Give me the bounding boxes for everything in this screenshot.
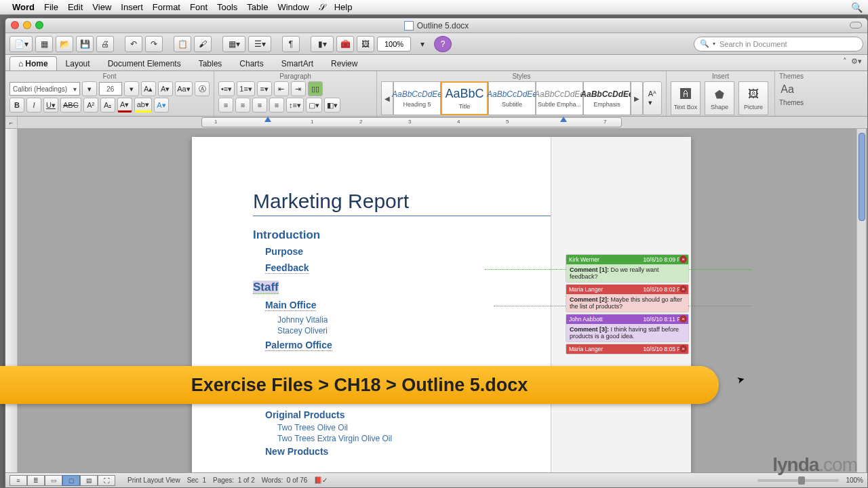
print-button[interactable]: 🖨 [96,36,114,52]
app-menu[interactable]: Word [12,2,35,12]
style-subtle-emphasis[interactable]: AaBbCcDdEeSubtle Empha... [536,81,583,115]
open-button[interactable]: 📂 [56,36,73,52]
font-size-drop[interactable]: ▾ [124,81,139,96]
tab-review[interactable]: Review [322,56,366,70]
comment-balloon[interactable]: Kirk Werner10/6/10 8:09 PM × Comment [1]… [566,254,689,283]
align-left-button[interactable]: ≡ [218,98,233,113]
clear-formatting-button[interactable]: Ⓐ [195,81,210,96]
zoom-dropdown[interactable]: ▾ [414,36,431,52]
document-area[interactable]: Marketing Report Introduction Purpose Fe… [5,129,867,472]
zoom-combo[interactable]: 100% [377,37,411,52]
print-layout-view-button[interactable]: ▢ [62,475,80,486]
comment-balloon[interactable]: Maria Langer10/6/10 8:02 PM × Comment [2… [566,284,689,312]
tab-document-elements[interactable]: Document Elements [99,56,190,70]
tab-home[interactable]: ⌂Home [9,56,57,70]
toolbox-button[interactable]: 🧰 [336,36,354,52]
media-browser-button[interactable]: 🖼 [357,36,374,52]
reading-button[interactable]: ▯▯ [308,81,323,96]
paste-button[interactable]: 📋 [174,36,191,52]
sidebar-button[interactable]: ▮▾ [311,36,334,52]
help-button[interactable]: ? [434,36,452,52]
spellcheck-icon[interactable]: 📕✓ [314,476,328,484]
menu-table[interactable]: Table [247,2,268,12]
style-title[interactable]: AaBbCTitle [441,81,488,115]
font-name-combo[interactable]: Calibri (Headings)▾ [9,82,80,96]
vertical-scrollbar[interactable] [856,129,866,472]
line-spacing-button[interactable]: ↕≡▾ [286,98,304,113]
increase-indent-button[interactable]: ⇥ [291,81,306,96]
publishing-view-button[interactable]: ▭ [45,475,62,486]
underline-button[interactable]: U▾ [43,98,58,113]
comment-balloon[interactable]: Maria Langer10/6/10 8:05 PM × [566,344,689,354]
script-menu-icon[interactable]: 𝒮 [319,2,325,13]
heading-main-office[interactable]: Main Office [265,300,316,311]
comment-balloon[interactable]: John Aabbott10/6/10 8:11 PM × Comment [3… [566,314,689,342]
outline-view-button[interactable]: ≣ [27,475,45,486]
collapse-ribbon-button[interactable]: ˄ [843,57,847,66]
new-document-button[interactable]: 📄▾ [9,36,33,52]
borders-button[interactable]: ▢▾ [306,98,322,113]
superscript-button[interactable]: A² [83,98,98,113]
save-button[interactable]: 💾 [76,36,94,52]
undo-button[interactable]: ↶ [125,36,142,52]
menu-insert[interactable]: Insert [121,2,143,12]
multilevel-button[interactable]: ≡▾ [257,81,272,96]
menu-view[interactable]: View [92,2,111,12]
menu-edit[interactable]: Edit [68,2,83,12]
strikethrough-button[interactable]: ABC [60,98,81,113]
numbering-button[interactable]: 1≡▾ [237,81,255,96]
fullscreen-view-button[interactable]: ⛶ [98,475,115,486]
shape-button[interactable]: ⬟Shape [705,81,734,115]
textbox-button[interactable]: 🅰Text Box [671,81,701,115]
bold-button[interactable]: B [9,98,24,113]
subscript-button[interactable]: A₂ [100,98,115,113]
columns-button[interactable]: ☰▾ [248,36,271,52]
draft-view-button[interactable]: ≡ [9,475,27,486]
heading-staff[interactable]: Staff [253,281,279,294]
menu-file[interactable]: File [44,2,58,12]
tab-selector[interactable]: ⌐ [5,117,18,129]
zoom-slider[interactable] [757,479,839,482]
text-effects-button[interactable]: A▾ [154,98,169,113]
format-painter-button[interactable]: 🖌 [194,36,212,52]
zoom-percent[interactable]: 100% [846,476,863,484]
menu-window[interactable]: Window [277,2,309,12]
horizontal-ruler[interactable]: 1 1 2 3 4 5 7 [18,117,867,129]
tab-smartart[interactable]: SmartArt [273,56,322,70]
spotlight-icon[interactable]: 🔍 [851,2,863,13]
delete-comment-icon[interactable]: × [679,345,687,352]
decrease-indent-button[interactable]: ⇤ [274,81,289,96]
italic-button[interactable]: I [26,98,41,113]
delete-comment-icon[interactable]: × [679,285,687,293]
left-indent-marker[interactable] [264,117,271,122]
font-name-drop[interactable]: ▾ [82,81,97,96]
style-emphasis[interactable]: AaBbCcDdEeEmphasis [583,81,631,115]
delete-comment-icon[interactable]: × [679,315,687,323]
align-right-button[interactable]: ≡ [252,98,267,113]
tab-tables[interactable]: Tables [190,56,231,70]
themes-button[interactable]: AaThemes [779,81,804,106]
search-in-document[interactable]: 🔍▾ Search in Document [694,37,863,52]
menu-tools[interactable]: Tools [217,2,237,12]
right-indent-marker[interactable] [560,117,567,122]
shrink-font-button[interactable]: A▾ [158,81,173,96]
heading-palermo[interactable]: Palermo Office [265,340,332,351]
align-center-button[interactable]: ≡ [235,98,250,113]
heading-feedback[interactable]: Feedback [265,262,309,274]
style-heading5[interactable]: AaBbCcDdEeHeading 5 [393,81,441,115]
bullets-button[interactable]: •≡▾ [218,81,235,96]
shading-button[interactable]: ◧▾ [324,98,340,113]
menu-font[interactable]: Font [190,2,208,12]
grow-font-button[interactable]: A▴ [141,81,156,96]
vertical-ruler[interactable] [5,129,18,472]
minimize-window-button[interactable] [23,21,31,29]
redo-button[interactable]: ↷ [145,36,163,52]
tables-button[interactable]: ▦▾ [222,36,245,52]
close-window-button[interactable] [11,21,19,29]
zoom-window-button[interactable] [35,21,43,29]
show-formatting-button[interactable]: ¶ [282,36,300,52]
change-case-button[interactable]: Aa▾ [175,81,193,96]
justify-button[interactable]: ≡ [269,98,284,113]
styles-pane-button[interactable]: Aᴬ▾ [643,81,662,115]
picture-button[interactable]: 🖼Picture [738,81,768,115]
